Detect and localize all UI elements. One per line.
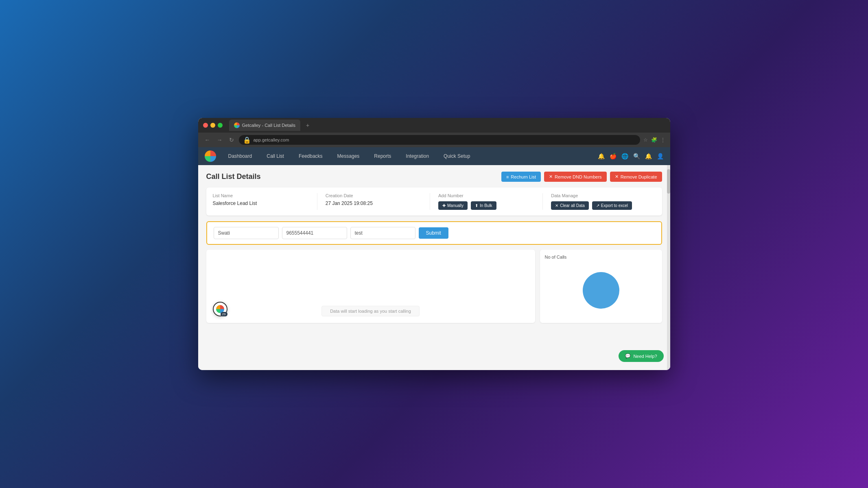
creation-date-label: Creation Date bbox=[326, 193, 422, 198]
address-text: app.getcalley.com bbox=[254, 137, 289, 142]
page-title: Call List Details bbox=[206, 172, 261, 181]
data-table-panel: Data will start loading as you start cal… bbox=[206, 250, 535, 323]
in-bulk-button[interactable]: ⬆ In Bulk bbox=[471, 201, 496, 210]
form-section: Submit bbox=[206, 221, 662, 245]
note-input[interactable] bbox=[350, 227, 415, 239]
pie-chart bbox=[583, 272, 619, 309]
chart-area bbox=[545, 263, 657, 318]
browser-titlebar: Getcalley - Call List Details + bbox=[198, 118, 670, 133]
nav-quick-setup[interactable]: Quick Setup bbox=[441, 152, 472, 161]
list-name-card: List Name Salesforce Lead List bbox=[213, 193, 317, 210]
manually-button[interactable]: ✚ Manually bbox=[438, 201, 468, 210]
new-tab-button[interactable]: + bbox=[306, 122, 309, 129]
favicon-icon bbox=[234, 122, 240, 128]
nav-reports[interactable]: Reports bbox=[372, 152, 394, 161]
traffic-lights bbox=[203, 123, 223, 128]
submit-button[interactable]: Submit bbox=[419, 227, 448, 239]
page-header: Call List Details ≡ Rechurn List ✕ Remov… bbox=[206, 172, 662, 182]
chart-title: No of Calls bbox=[545, 255, 567, 259]
page-content: Call List Details ≡ Rechurn List ✕ Remov… bbox=[198, 165, 670, 370]
close-button[interactable] bbox=[203, 123, 208, 128]
app-badge: 29 bbox=[213, 302, 227, 316]
export-to-excel-button[interactable]: ↗ Export to excel bbox=[592, 201, 632, 210]
add-number-card: Add Number ✚ Manually ⬆ In Bulk bbox=[438, 193, 543, 210]
need-help-button[interactable]: 💬 Need Help? bbox=[619, 350, 663, 362]
loading-message: Data will start loading as you start cal… bbox=[321, 306, 420, 316]
clear-all-data-button[interactable]: ✕ Clear all Data bbox=[551, 201, 589, 210]
app-navbar: Dashboard Call List Feedbacks Messages R… bbox=[198, 147, 670, 165]
refresh-button[interactable]: ↻ bbox=[227, 136, 236, 144]
add-number-buttons: ✚ Manually ⬆ In Bulk bbox=[438, 201, 534, 210]
lock-icon: 🔒 bbox=[243, 136, 251, 144]
search-icon[interactable]: 🔍 bbox=[633, 153, 640, 159]
nav-dashboard[interactable]: Dashboard bbox=[226, 152, 255, 161]
extensions-icon[interactable]: 🧩 bbox=[651, 137, 657, 143]
alert-icon[interactable]: 🔔 bbox=[645, 153, 652, 159]
rechurn-list-button[interactable]: ≡ Rechurn List bbox=[501, 172, 541, 182]
bulk-icon: ⬆ bbox=[475, 203, 478, 208]
forward-button[interactable]: → bbox=[215, 136, 224, 144]
clear-icon: ✕ bbox=[555, 203, 558, 208]
browser-addressbar: ← → ↻ 🔒 app.getcalley.com ☆ 🧩 ⋮ bbox=[198, 133, 670, 147]
scrollbar-thumb[interactable] bbox=[667, 169, 670, 194]
nav-call-list[interactable]: Call List bbox=[264, 152, 286, 161]
name-input[interactable] bbox=[214, 227, 279, 239]
export-icon: ↗ bbox=[596, 203, 599, 208]
address-bar[interactable]: 🔒 app.getcalley.com bbox=[239, 135, 640, 145]
bookmark-icon[interactable]: ☆ bbox=[643, 137, 648, 143]
tab-title: Getcalley - Call List Details bbox=[242, 123, 295, 128]
app-logo bbox=[205, 150, 216, 162]
scrollbar[interactable] bbox=[667, 165, 670, 370]
form-row: Submit bbox=[214, 227, 655, 239]
bottom-panels: Data will start loading as you start cal… bbox=[206, 250, 662, 323]
list-name-value: Salesforce Lead List bbox=[213, 200, 309, 206]
data-manage-buttons: ✕ Clear all Data ↗ Export to excel bbox=[551, 201, 647, 210]
user-icon[interactable]: 👤 bbox=[657, 153, 664, 159]
badge-count: 29 bbox=[221, 312, 227, 316]
plus-icon: ✚ bbox=[442, 203, 446, 208]
creation-date-card: Creation Date 27 Jan 2025 19:08:25 bbox=[326, 193, 430, 210]
nav-icons: 🔔 🍎 🌐 🔍 🔔 👤 bbox=[598, 153, 664, 159]
browser-window: Getcalley - Call List Details + ← → ↻ 🔒 … bbox=[198, 118, 670, 370]
data-manage-card: Data Manage ✕ Clear all Data ↗ Export to… bbox=[551, 193, 655, 210]
data-manage-label: Data Manage bbox=[551, 193, 647, 198]
creation-date-value: 27 Jan 2025 19:08:25 bbox=[326, 200, 422, 206]
info-cards: List Name Salesforce Lead List Creation … bbox=[206, 187, 662, 216]
apple-icon[interactable]: 🍎 bbox=[610, 153, 617, 159]
remove-dnd-button[interactable]: ✕ Remove DND Numbers bbox=[544, 172, 607, 182]
chart-panel: No of Calls bbox=[540, 250, 662, 323]
add-number-label: Add Number bbox=[438, 193, 534, 198]
minimize-button[interactable] bbox=[210, 123, 215, 128]
nav-integration[interactable]: Integration bbox=[403, 152, 431, 161]
fullscreen-button[interactable] bbox=[218, 123, 223, 128]
remove-dup-icon: ✕ bbox=[615, 174, 619, 179]
rechurn-icon: ≡ bbox=[506, 174, 509, 179]
phone-input[interactable] bbox=[282, 227, 347, 239]
more-icon[interactable]: ⋮ bbox=[660, 137, 665, 143]
whatsapp-icon: 💬 bbox=[625, 353, 631, 359]
remove-dnd-icon: ✕ bbox=[549, 174, 553, 179]
remove-duplicate-button[interactable]: ✕ Remove Duplicate bbox=[610, 172, 662, 182]
nav-feedbacks[interactable]: Feedbacks bbox=[296, 152, 325, 161]
list-name-label: List Name bbox=[213, 193, 309, 198]
back-button[interactable]: ← bbox=[203, 136, 212, 144]
notification-icon[interactable]: 🔔 bbox=[598, 153, 605, 159]
globe-icon[interactable]: 🌐 bbox=[621, 153, 628, 159]
header-buttons: ≡ Rechurn List ✕ Remove DND Numbers ✕ Re… bbox=[501, 172, 662, 182]
browser-tab[interactable]: Getcalley - Call List Details bbox=[229, 120, 300, 131]
nav-messages[interactable]: Messages bbox=[335, 152, 362, 161]
